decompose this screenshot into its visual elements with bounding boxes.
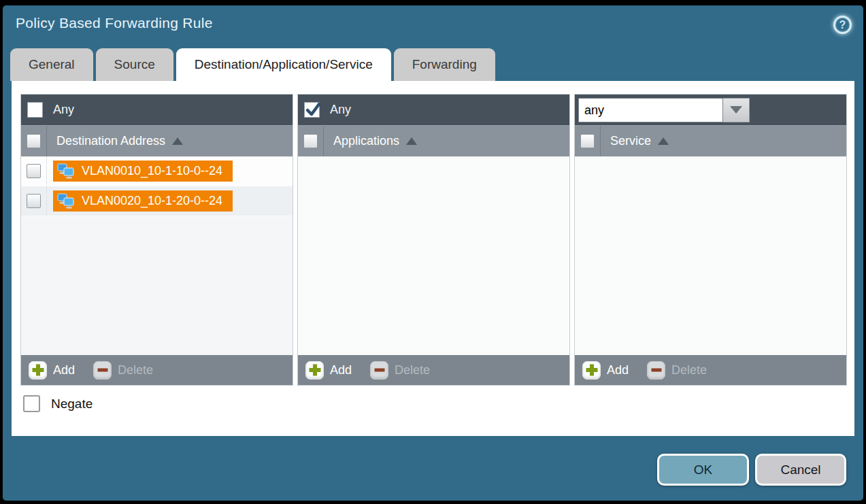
network-address-icon (57, 163, 76, 180)
check-icon (305, 101, 322, 118)
applications-add-button[interactable]: Add (305, 361, 352, 380)
service-add-button[interactable]: Add (582, 361, 629, 380)
delete-icon (370, 361, 388, 380)
service-select-all-checkbox[interactable] (580, 134, 595, 148)
ok-button[interactable]: OK (657, 454, 749, 486)
chevron-down-icon (730, 106, 742, 114)
destination-footer-bar: Add Delete (21, 355, 293, 385)
service-column: any Service Add (574, 94, 847, 386)
table-row: VLAN0010_10-1-10-0--24 (21, 156, 293, 186)
negate-option: Negate (23, 395, 93, 412)
tab-bar: General Source Destination/Application/S… (10, 48, 495, 81)
delete-icon (647, 361, 665, 380)
applications-column-header: Applications (298, 125, 569, 156)
destination-any-checkbox[interactable] (27, 102, 43, 118)
applications-sort-header[interactable]: Applications (324, 126, 417, 156)
applications-footer-bar: Add Delete (298, 355, 569, 385)
row-checkbox[interactable] (27, 194, 41, 208)
sort-asc-icon (406, 137, 417, 145)
service-dropdown: any (578, 98, 750, 122)
delete-icon (93, 361, 112, 380)
applications-delete-button[interactable]: Delete (370, 361, 430, 380)
sort-asc-icon (658, 137, 669, 145)
service-sort-header[interactable]: Service (601, 126, 669, 156)
destination-any-bar: Any (21, 95, 293, 125)
destination-select-all-checkbox[interactable] (27, 134, 41, 148)
destination-add-button[interactable]: Add (29, 361, 75, 380)
add-icon (29, 361, 47, 380)
tab-destination-application-service[interactable]: Destination/Application/Service (176, 48, 391, 81)
applications-any-checkbox-checked[interactable] (304, 102, 320, 118)
tab-content-panel: Any Destination Address (12, 81, 854, 436)
service-dropdown-value[interactable]: any (578, 98, 723, 122)
service-dropdown-button[interactable] (723, 98, 750, 122)
destination-any-label: Any (53, 103, 74, 117)
applications-any-label: Any (330, 103, 351, 117)
sort-asc-icon (172, 137, 183, 145)
service-list (575, 156, 846, 355)
service-footer-bar: Add Delete (575, 355, 846, 385)
negate-checkbox[interactable] (23, 395, 40, 412)
table-row: VLAN0020_10-1-20-0--24 (21, 186, 293, 216)
service-column-header: Service (575, 125, 846, 156)
destination-delete-button[interactable]: Delete (93, 361, 153, 380)
service-dropdown-bar: any (575, 95, 846, 125)
add-icon (582, 361, 601, 380)
destination-column-header: Destination Address (21, 125, 293, 156)
tab-forwarding[interactable]: Forwarding (394, 48, 495, 81)
row-checkbox[interactable] (27, 164, 41, 178)
destination-address-list: VLAN0010_10-1-10-0--24 (21, 156, 293, 355)
tab-general[interactable]: General (10, 48, 93, 81)
applications-column: Any Applications Add Delete (297, 94, 570, 386)
help-icon[interactable]: ? (833, 16, 852, 34)
service-delete-button[interactable]: Delete (647, 361, 707, 380)
add-icon (305, 361, 324, 380)
destination-address-column: Any Destination Address (20, 94, 293, 386)
applications-list (298, 156, 569, 355)
network-address-icon (57, 192, 76, 209)
dialog-title: Policy Based Forwarding Rule (16, 15, 213, 31)
address-item-vlan0010[interactable]: VLAN0010_10-1-10-0--24 (53, 161, 233, 182)
applications-select-all-checkbox[interactable] (303, 134, 318, 148)
destination-address-sort-header[interactable]: Destination Address (47, 126, 183, 156)
policy-based-forwarding-rule-dialog: Policy Based Forwarding Rule ? General S… (3, 5, 863, 501)
address-item-vlan0020[interactable]: VLAN0020_10-1-20-0--24 (53, 190, 233, 212)
negate-label: Negate (51, 397, 93, 411)
applications-any-bar: Any (298, 95, 569, 125)
tab-source[interactable]: Source (96, 48, 173, 81)
cancel-button[interactable]: Cancel (755, 454, 846, 486)
